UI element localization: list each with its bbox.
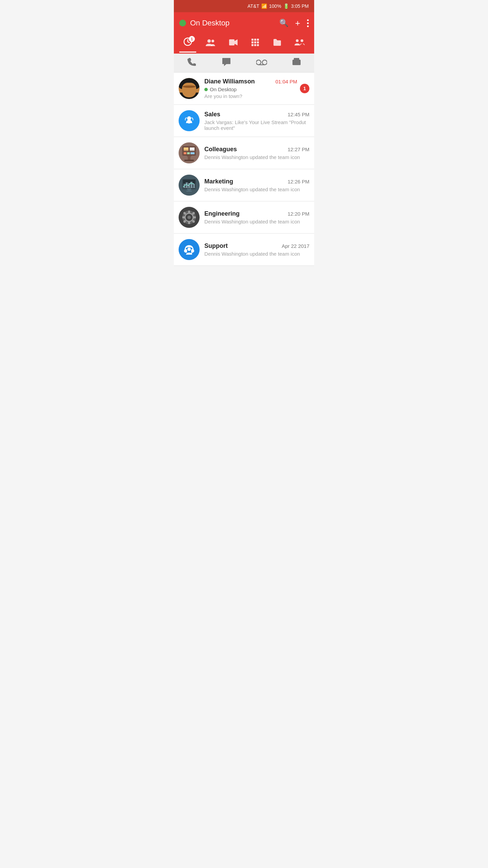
svg-rect-62 xyxy=(182,216,185,218)
list-item[interactable]: Sales 12:45 PM Jack Vargas: Like's Your … xyxy=(174,105,314,137)
svg-point-68 xyxy=(184,250,187,252)
avatar xyxy=(179,142,200,163)
tab-grid[interactable] xyxy=(247,34,263,53)
sub-tab-fax[interactable] xyxy=(279,54,314,72)
avatar xyxy=(179,110,200,131)
search-icon[interactable]: 🔍 xyxy=(279,19,288,27)
svg-rect-28 xyxy=(293,64,300,64)
svg-point-23 xyxy=(262,60,267,65)
more-menu-icon[interactable] xyxy=(307,19,309,27)
sub-tab-calls[interactable] xyxy=(174,54,209,72)
unread-badge: 1 xyxy=(300,84,309,93)
svg-rect-26 xyxy=(294,58,299,61)
svg-point-70 xyxy=(187,248,191,251)
svg-rect-61 xyxy=(188,221,190,224)
contact-name: Engineering xyxy=(204,210,240,217)
online-indicator xyxy=(204,88,208,91)
message-preview: Dennis Washington updated the team icon xyxy=(204,251,309,257)
contact-name: Support xyxy=(204,242,228,250)
app-header: On Desktop 🔍 + xyxy=(174,12,314,34)
svg-rect-14 xyxy=(254,44,256,46)
contact-name: Sales xyxy=(204,111,220,118)
svg-rect-38 xyxy=(188,157,190,160)
svg-rect-11 xyxy=(254,41,256,43)
message-time: Apr 22 2017 xyxy=(282,243,309,249)
svg-point-51 xyxy=(190,182,191,184)
messages-icon xyxy=(222,58,231,68)
chat-content: Engineering 12:20 PM Dennis Washington u… xyxy=(204,210,309,224)
tab-video[interactable] xyxy=(225,34,242,53)
svg-rect-60 xyxy=(188,211,190,213)
svg-line-21 xyxy=(299,39,301,39)
tab-recent[interactable]: 1 xyxy=(179,34,196,53)
svg-rect-29 xyxy=(299,61,300,62)
battery-label: 100% xyxy=(269,3,281,9)
svg-rect-8 xyxy=(254,39,256,41)
app-title: On Desktop xyxy=(190,19,229,27)
tab-navigation: 1 xyxy=(174,34,314,54)
chat-content: Support Apr 22 2017 Dennis Washington up… xyxy=(204,242,309,257)
list-item[interactable]: Diane Williamson 01:04 PM On Desktop Are… xyxy=(174,73,314,105)
message-preview: Dennis Washington updated the team icon xyxy=(204,154,309,160)
time-label: 3:05 PM xyxy=(291,3,309,9)
contact-name: Diane Williamson xyxy=(204,78,255,85)
message-time: 12:45 PM xyxy=(288,112,309,117)
message-time: 12:27 PM xyxy=(288,146,309,152)
svg-point-16 xyxy=(296,39,299,42)
svg-point-4 xyxy=(211,40,214,42)
svg-rect-34 xyxy=(184,152,186,154)
sub-tab-messages[interactable] xyxy=(209,54,244,72)
fax-icon xyxy=(292,58,301,68)
chat-right: 1 xyxy=(300,84,309,93)
svg-rect-13 xyxy=(251,44,253,46)
message-preview: Dennis Washington updated the team icon xyxy=(204,186,309,192)
add-icon[interactable]: + xyxy=(295,18,300,28)
header-left: On Desktop xyxy=(179,19,229,27)
svg-rect-7 xyxy=(251,39,253,41)
status-bar: AT&T 📶 100% 🔋 3:05 PM xyxy=(174,0,314,12)
team-icon xyxy=(294,38,305,49)
header-actions: 🔍 + xyxy=(279,18,309,28)
chat-list: Diane Williamson 01:04 PM On Desktop Are… xyxy=(174,73,314,266)
tab-files[interactable] xyxy=(269,34,285,53)
list-item[interactable]: Support Apr 22 2017 Dennis Washington up… xyxy=(174,234,314,266)
message-time: 12:26 PM xyxy=(288,179,309,184)
presence-dot xyxy=(179,20,186,26)
svg-rect-12 xyxy=(257,41,259,43)
svg-point-49 xyxy=(185,184,187,185)
list-item[interactable]: Engineering 12:20 PM Dennis Washington u… xyxy=(174,201,314,234)
signal-icon: 📶 xyxy=(261,3,267,9)
sub-tab-voicemail[interactable] xyxy=(244,54,279,72)
tab-team[interactable] xyxy=(290,34,309,53)
svg-point-59 xyxy=(187,216,191,219)
chat-content: Diane Williamson 01:04 PM On Desktop Are… xyxy=(204,78,297,99)
svg-marker-6 xyxy=(235,39,238,45)
list-item[interactable]: Colleagues 12:27 PM Dennis Washington up… xyxy=(174,137,314,169)
carrier-label: AT&T xyxy=(247,3,259,9)
svg-point-17 xyxy=(301,39,303,42)
voicemail-icon xyxy=(256,58,267,68)
message-preview: Jack Vargas: Like's Your Live Stream "Pr… xyxy=(204,119,309,131)
svg-rect-39 xyxy=(184,160,194,161)
sub-tab-bar xyxy=(174,54,314,73)
svg-point-69 xyxy=(191,250,194,252)
avatar xyxy=(179,78,200,99)
presence-status: On Desktop xyxy=(210,86,237,92)
avatar xyxy=(179,175,200,196)
svg-rect-27 xyxy=(293,62,300,63)
avatar xyxy=(179,207,200,228)
svg-rect-5 xyxy=(229,39,235,45)
svg-rect-10 xyxy=(251,41,253,43)
list-item[interactable]: Marketing 12:26 PM Dennis Washington upd… xyxy=(174,169,314,201)
svg-point-30 xyxy=(187,116,191,120)
chat-content: Sales 12:45 PM Jack Vargas: Like's Your … xyxy=(204,111,309,131)
message-time: 01:04 PM xyxy=(276,79,297,84)
contact-name: Marketing xyxy=(204,178,233,185)
message-preview: Are you in town? xyxy=(204,93,297,99)
recent-badge: 1 xyxy=(189,36,195,42)
tab-contacts[interactable] xyxy=(202,34,219,53)
contact-name: Colleagues xyxy=(204,146,237,153)
message-preview: Dennis Washington updated the team icon xyxy=(204,219,309,224)
svg-rect-63 xyxy=(193,216,196,218)
svg-rect-36 xyxy=(190,152,195,154)
